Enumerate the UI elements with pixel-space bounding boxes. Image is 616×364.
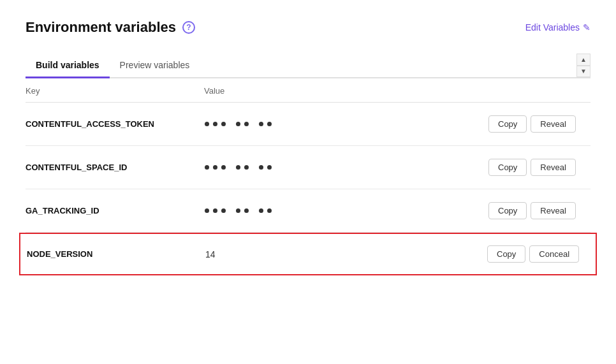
dot — [244, 208, 249, 213]
dot — [267, 122, 272, 126]
dot — [221, 122, 226, 126]
scroll-buttons: ▲ ▼ — [576, 54, 590, 77]
dot — [236, 208, 240, 213]
dot — [259, 122, 263, 126]
dot — [213, 208, 217, 213]
page-container: Environment variables ? Edit Variables ✎… — [0, 0, 616, 295]
dot — [221, 165, 226, 170]
scroll-up-button[interactable]: ▲ — [576, 54, 590, 66]
tab-build-variables[interactable]: Build variables — [26, 54, 110, 78]
col-header-actions — [488, 86, 590, 96]
row-actions: Copy Reveal — [488, 159, 590, 176]
table-row: GA_TRACKING_ID Copy Reveal — [26, 189, 590, 233]
page-header: Environment variables ? Edit Variables ✎ — [26, 19, 590, 36]
table-row-highlighted: NODE_VERSION 14 Copy Conceal — [19, 233, 597, 275]
dot — [213, 122, 217, 126]
tabs-container: Build variables Preview variables ▲ ▼ — [26, 54, 590, 78]
page-title-group: Environment variables ? — [26, 19, 195, 36]
row-key: NODE_VERSION — [27, 249, 205, 259]
table-area: Key Value CONTENTFUL_ACCESS_TOKEN — [26, 78, 590, 275]
pencil-icon: ✎ — [583, 22, 590, 33]
dot — [205, 122, 209, 126]
row-value: 14 — [205, 249, 487, 259]
row-value — [204, 122, 488, 126]
row-actions: Copy Reveal — [488, 202, 590, 219]
dot — [236, 165, 240, 170]
dot — [205, 208, 209, 213]
reveal-button[interactable]: Reveal — [531, 159, 575, 176]
dot — [259, 208, 263, 213]
table-row: CONTENTFUL_SPACE_ID Copy Reveal — [26, 146, 590, 189]
conceal-button[interactable]: Conceal — [529, 245, 579, 263]
row-actions: Copy Conceal — [487, 245, 589, 263]
page-title: Environment variables — [26, 19, 176, 36]
copy-button[interactable]: Copy — [487, 245, 525, 263]
row-key: GA_TRACKING_ID — [26, 206, 204, 215]
dot — [259, 165, 263, 170]
help-icon[interactable]: ? — [182, 21, 195, 34]
col-header-value: Value — [204, 86, 488, 96]
row-actions: Copy Reveal — [488, 115, 590, 133]
row-value — [204, 208, 488, 213]
dot — [221, 208, 226, 213]
dot — [267, 165, 272, 170]
dot — [236, 122, 240, 126]
reveal-button[interactable]: Reveal — [531, 115, 575, 133]
copy-button[interactable]: Copy — [488, 159, 527, 176]
dot — [213, 165, 217, 170]
row-value-text: 14 — [205, 249, 216, 259]
col-header-key: Key — [26, 86, 204, 96]
scroll-down-button[interactable]: ▼ — [576, 66, 590, 78]
row-key: CONTENTFUL_SPACE_ID — [26, 163, 204, 172]
tab-preview-variables[interactable]: Preview variables — [110, 54, 200, 78]
dot — [205, 165, 209, 170]
table-row: CONTENTFUL_ACCESS_TOKEN Copy Reveal — [26, 103, 590, 146]
edit-variables-link[interactable]: Edit Variables ✎ — [525, 22, 590, 33]
dot — [267, 208, 272, 213]
copy-button[interactable]: Copy — [488, 115, 527, 133]
table-header-row: Key Value — [26, 78, 590, 103]
edit-variables-label: Edit Variables — [525, 22, 580, 33]
row-key: CONTENTFUL_ACCESS_TOKEN — [26, 119, 204, 129]
reveal-button[interactable]: Reveal — [531, 202, 575, 219]
copy-button[interactable]: Copy — [488, 202, 527, 219]
dot — [244, 165, 249, 170]
dot — [244, 122, 249, 126]
row-value — [204, 165, 488, 170]
